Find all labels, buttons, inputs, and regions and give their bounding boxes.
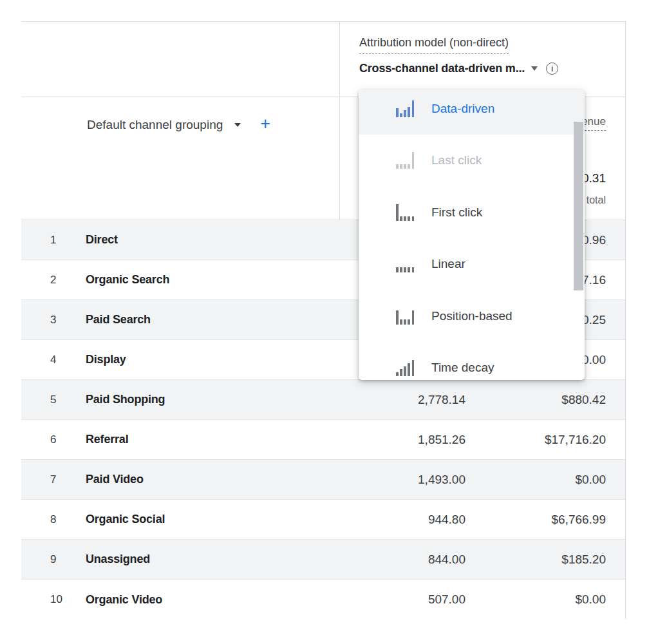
- data-driven-bars-icon: [396, 100, 414, 117]
- attribution-report: Attribution model (non-direct) Cross-cha…: [0, 0, 649, 644]
- channel-name: Organic Video: [86, 593, 343, 607]
- conversions-value: 944.80: [343, 513, 466, 527]
- attribution-model-selector[interactable]: Cross-channel data-driven m... i: [359, 62, 558, 75]
- add-comparison-button[interactable]: +: [260, 115, 270, 133]
- row-rank: 9: [50, 553, 86, 566]
- row-rank: 3: [50, 314, 86, 327]
- channel-name: Referral: [86, 433, 343, 446]
- row-rank: 8: [50, 513, 86, 526]
- revenue-value: $0.00: [466, 592, 625, 607]
- conversions-value: 2,778.14: [343, 393, 466, 407]
- revenue-total-value: 0.31: [582, 171, 606, 185]
- revenue-value: $17,716.20: [466, 433, 625, 447]
- conversions-value: 844.00: [343, 553, 466, 567]
- revenue-value: $185.20: [466, 553, 625, 567]
- conversions-value: 1,493.00: [343, 473, 466, 487]
- position-based-bars-icon: [396, 308, 414, 325]
- menu-scrollbar[interactable]: [574, 90, 583, 380]
- attribution-model-value[interactable]: Cross-channel data-driven m...: [359, 62, 525, 75]
- table-row[interactable]: 5 Paid Shopping 2,778.14 $880.42: [21, 380, 625, 420]
- attribution-model-label: Attribution model (non-direct): [359, 36, 509, 54]
- scrollbar-thumb[interactable]: [574, 122, 583, 290]
- menu-item[interactable]: Linear: [359, 238, 585, 290]
- revenue-value: $6,766.99: [466, 513, 625, 527]
- table-row[interactable]: 8 Organic Social 944.80 $6,766.99: [21, 500, 625, 540]
- row-rank: 10: [50, 593, 86, 606]
- channel-name: Paid Search: [86, 313, 343, 327]
- row-rank: 7: [50, 473, 86, 486]
- attribution-header-band: Attribution model (non-direct) Cross-cha…: [21, 22, 625, 97]
- table-row[interactable]: 9 Unassigned 844.00 $185.20: [21, 540, 625, 580]
- dimension-header: Default channel grouping +: [87, 117, 270, 133]
- channel-name: Paid Video: [86, 473, 343, 486]
- channel-grouping-select[interactable]: Default channel grouping: [87, 118, 223, 132]
- conversions-value: 1,851.26: [343, 433, 466, 447]
- channel-name: Paid Shopping: [86, 393, 343, 406]
- first-click-bars-icon: [396, 204, 414, 221]
- info-icon[interactable]: i: [546, 62, 558, 75]
- chevron-down-icon[interactable]: [234, 123, 241, 127]
- channel-name: Display: [86, 353, 343, 366]
- linear-bars-icon: [396, 256, 414, 272]
- chevron-down-icon[interactable]: [531, 66, 538, 71]
- revenue-value: $880.42: [466, 393, 625, 407]
- menu-item[interactable]: Time decay: [359, 342, 585, 380]
- table-row[interactable]: 6 Referral 1,851.26 $17,716.20: [21, 420, 625, 460]
- menu-item[interactable]: Last click: [359, 135, 585, 186]
- conversions-value: 507.00: [343, 592, 466, 607]
- channel-name: Organic Search: [86, 273, 343, 287]
- table-row[interactable]: 10 Organic Video 507.00 $0.00: [21, 580, 625, 620]
- row-rank: 6: [50, 433, 86, 446]
- row-rank: 2: [50, 274, 86, 287]
- row-rank: 1: [50, 234, 86, 247]
- channel-name: Unassigned: [86, 553, 343, 566]
- channel-name: Direct: [86, 233, 343, 247]
- channel-name: Organic Social: [86, 513, 343, 526]
- menu-item[interactable]: First click: [359, 187, 585, 238]
- last-click-bars-icon: [396, 152, 414, 169]
- attribution-model-menu: Data-driven Last click First click Linea…: [359, 90, 585, 380]
- row-rank: 4: [50, 354, 86, 366]
- row-rank: 5: [50, 393, 86, 406]
- menu-item[interactable]: Data-driven: [359, 90, 585, 135]
- time-decay-bars-icon: [396, 359, 414, 376]
- menu-item[interactable]: Position-based: [359, 290, 585, 342]
- revenue-value: $0.00: [466, 473, 625, 487]
- table-row[interactable]: 7 Paid Video 1,493.00 $0.00: [21, 460, 625, 500]
